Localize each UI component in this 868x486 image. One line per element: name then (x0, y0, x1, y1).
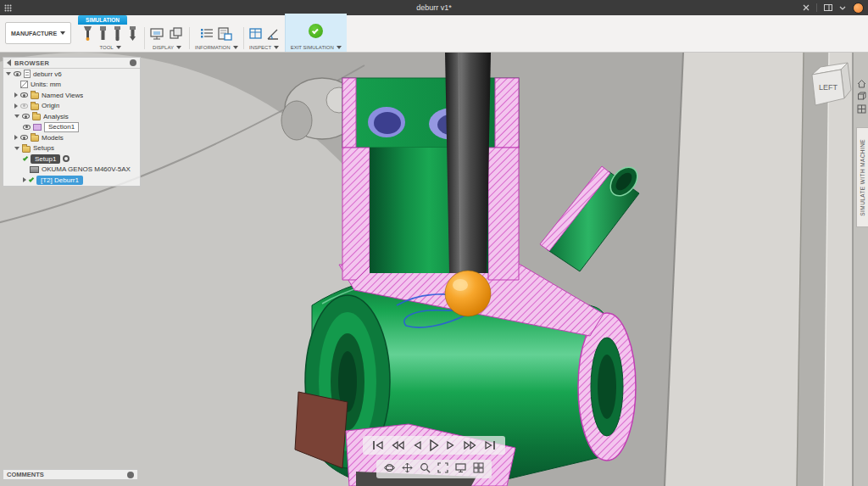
document-icon (24, 70, 31, 78)
display-group-label[interactable]: DISPLAY (153, 45, 181, 50)
browser-item-origin[interactable]: Origin (3, 101, 140, 112)
expander-icon[interactable] (23, 177, 26, 182)
visibility-eye-icon[interactable] (22, 114, 30, 119)
orbit-icon[interactable] (384, 461, 395, 477)
ribbon-group-information: INFORMATION (190, 25, 243, 52)
browser-item-setup1[interactable]: Setup1 (3, 154, 140, 165)
item-label: Analysis (43, 113, 69, 120)
titlebar-separator (816, 3, 817, 12)
go-to-end-button[interactable] (483, 439, 497, 451)
item-label: Setups (33, 144, 54, 152)
browser-item-section1[interactable]: Section1 (3, 122, 140, 133)
panel-options-icon[interactable] (130, 59, 136, 66)
tool-holder-icon[interactable] (81, 25, 94, 45)
chevron-down-icon (233, 46, 238, 49)
app-grid-icon[interactable] (4, 4, 12, 12)
browser-item-units[interactable]: Units: mm (3, 80, 140, 91)
expander-icon[interactable] (14, 115, 19, 118)
chamfer-tool-icon[interactable] (126, 25, 139, 45)
tool-group-label[interactable]: TOOL (99, 45, 120, 50)
item-label: Named Views (42, 92, 83, 99)
folder-icon (31, 103, 39, 110)
tool-ball-tip (445, 271, 491, 316)
expander-icon[interactable] (14, 147, 19, 150)
go-to-start-button[interactable] (371, 439, 385, 451)
fit-view-icon[interactable] (437, 461, 448, 477)
play-backward-button[interactable] (391, 439, 405, 451)
exit-simulation-button[interactable]: EXIT SIMULATION (285, 14, 347, 52)
expander-icon[interactable] (14, 103, 18, 109)
folder-icon (31, 92, 39, 99)
chevron-down-icon[interactable] (839, 6, 846, 10)
play-button[interactable] (428, 439, 440, 452)
ribbon-group-inspect: INSPECT (244, 25, 285, 52)
expander-icon[interactable] (14, 92, 18, 98)
measure-angle-icon[interactable] (266, 27, 280, 44)
statistics-list-icon[interactable] (200, 27, 214, 44)
folder-icon (32, 114, 41, 120)
viewcube-tool-stack (856, 78, 866, 114)
browser-item-setups[interactable]: Setups (3, 143, 140, 154)
expander-icon[interactable] (6, 72, 11, 75)
browser-panel: BROWSER deburr v6 Units: mm Named Views (3, 57, 141, 187)
ribbon-group-display: DISPLAY (145, 25, 189, 52)
document-title: deburr v1* (0, 3, 868, 12)
view-cube[interactable]: LEFT (800, 59, 854, 114)
panel-layout-icon[interactable] (824, 4, 832, 11)
view-cube-face-label: LEFT (819, 83, 838, 92)
pan-icon[interactable] (402, 461, 413, 477)
browser-item-deburr1[interactable]: [T2] Deburr1 (3, 175, 140, 186)
check-icon (23, 155, 28, 160)
browser-item-models[interactable]: Models (3, 132, 140, 143)
ribbon-group-tool: TOOL (76, 25, 144, 52)
comments-bar[interactable]: COMMENTS (3, 469, 138, 480)
information-group-label[interactable]: INFORMATION (195, 45, 238, 50)
visibility-eye-icon[interactable] (14, 71, 21, 76)
side-tab-label: SIMULATE WITH MACHINE (860, 139, 865, 216)
cube-view-icon[interactable] (856, 91, 866, 101)
browser-header[interactable]: BROWSER (3, 58, 140, 69)
gear-icon[interactable] (63, 155, 70, 162)
ball-endmill-icon[interactable] (112, 25, 123, 45)
inspect-group-label[interactable]: INSPECT (249, 45, 279, 50)
gcode-info-icon[interactable] (218, 27, 232, 44)
machine-icon (30, 166, 39, 173)
tab-simulation[interactable]: SIMULATION (78, 15, 127, 25)
comments-options-icon[interactable] (127, 472, 134, 478)
tab-simulate-with-machine[interactable]: SIMULATE WITH MACHINE (856, 127, 868, 227)
chevron-down-icon (60, 31, 65, 35)
exit-simulation-label: EXIT SIMULATION (291, 45, 342, 50)
grid-view-icon[interactable] (856, 103, 866, 114)
browser-item-analysis[interactable]: Analysis (3, 111, 140, 122)
visibility-eye-icon[interactable] (23, 125, 31, 130)
item-label: OKUMA GENOS M460V-5AX (42, 165, 131, 173)
visibility-eye-icon[interactable] (20, 103, 28, 109)
measure-table-icon[interactable] (249, 27, 263, 44)
ribbon-toolbar: MANUFACTURE SIMULATION TOOL (0, 15, 868, 53)
browser-item-document[interactable]: deburr v6 (3, 69, 140, 80)
stock-display-icon[interactable] (169, 27, 184, 44)
view-navigation-bar (376, 460, 492, 478)
visibility-eye-icon[interactable] (20, 135, 28, 140)
step-forward-button[interactable] (446, 439, 457, 451)
browser-item-machine[interactable]: OKUMA GENOS M460V-5AX (3, 165, 140, 176)
flat-endmill-icon[interactable] (97, 25, 108, 45)
browser-item-named-views[interactable]: Named Views (3, 90, 140, 101)
item-label: Setup1 (31, 154, 60, 164)
home-view-icon[interactable] (856, 78, 866, 88)
step-backward-button[interactable] (411, 439, 422, 451)
zoom-icon[interactable] (420, 461, 431, 477)
comments-title: COMMENTS (7, 471, 44, 478)
display-settings-icon[interactable] (455, 461, 466, 477)
check-icon (29, 176, 34, 182)
green-check-icon (309, 24, 323, 38)
visibility-eye-icon[interactable] (20, 92, 28, 98)
grid-settings-icon[interactable] (473, 461, 484, 477)
fast-forward-button[interactable] (463, 439, 477, 451)
expander-icon[interactable] (14, 135, 18, 140)
collapse-left-icon (7, 59, 11, 66)
workspace-selector[interactable]: MANUFACTURE (5, 22, 71, 44)
user-avatar[interactable] (853, 3, 864, 14)
close-document-icon[interactable] (803, 4, 810, 11)
machine-display-icon[interactable] (150, 27, 165, 44)
